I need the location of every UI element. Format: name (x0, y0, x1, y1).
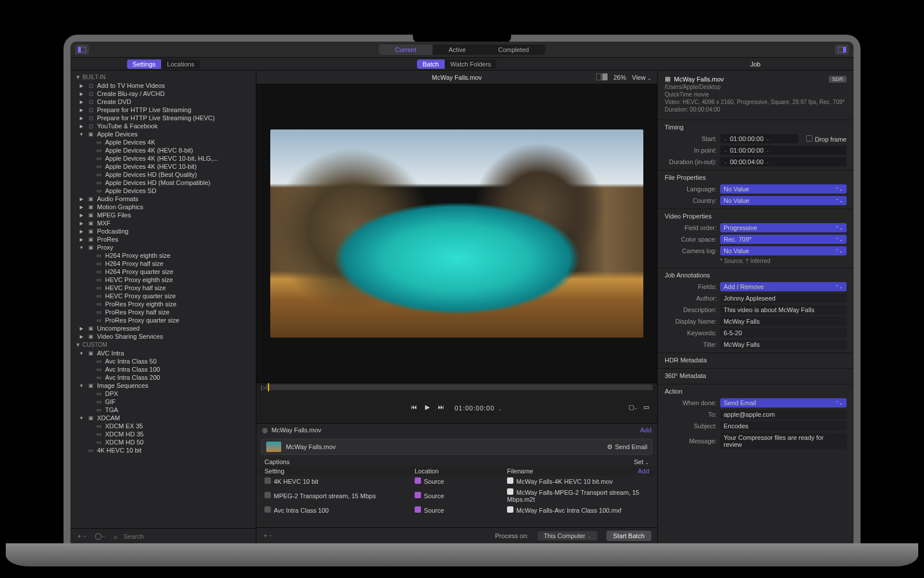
drop-frame-checkbox[interactable] (806, 135, 813, 142)
tree-item[interactable]: Apple Devices 4K (HEVC 8-bit) (70, 146, 256, 154)
tree-item[interactable]: XDCM HD 35 (70, 430, 256, 438)
batch-row[interactable]: 4K HEVC 10 bitSourceMcWay Falls-4K HEVC … (256, 476, 657, 487)
duration-field[interactable]: ⌄00:00:04:00⌄ (720, 157, 847, 166)
disclosure-icon[interactable]: ▶ (79, 197, 84, 202)
author-input[interactable]: Johnny Appleseed (720, 294, 847, 303)
disclosure-icon[interactable]: ▶ (79, 108, 84, 113)
tree-item[interactable]: HEVC Proxy half size (70, 284, 256, 292)
inpoint-field[interactable]: ⌄01:00:00:00⌄ (720, 146, 847, 155)
cameralog-select[interactable]: No Value⌃⌄ (720, 246, 847, 255)
tree-item[interactable]: Apple Devices 4K (70, 138, 256, 146)
tree-item[interactable]: ▼Proxy (70, 243, 256, 251)
tree-item[interactable]: 4K HEVC 10 bit (70, 446, 256, 454)
disclosure-icon[interactable]: ▶ (79, 221, 84, 226)
tree-item[interactable]: ▶Prepare for HTTP Live Streaming (HEVC) (70, 114, 256, 122)
disclosure-icon[interactable]: ▶ (79, 116, 84, 121)
tree-item[interactable]: HEVC Proxy eighth size (70, 276, 256, 284)
disclosure-icon[interactable]: ▼ (79, 351, 84, 356)
batch-add-link[interactable]: Add (640, 427, 651, 433)
tree-item[interactable]: ▶MPEG Files (70, 211, 256, 219)
expand-icon[interactable]: ▭ (643, 403, 649, 411)
to-input[interactable]: apple@apple.com (720, 410, 847, 419)
add-job-icon[interactable]: ＋﹀ (262, 531, 273, 540)
tree-item[interactable]: ▶YouTube & Facebook (70, 122, 256, 130)
title-input[interactable]: McWay Falls (720, 340, 847, 349)
tree-item[interactable]: ▶MXF (70, 219, 256, 227)
start-field[interactable]: ⌄01:00:00:00⌄ (720, 134, 798, 143)
batch-row[interactable]: Avc Intra Class 100SourceMcWay Falls-Avc… (256, 505, 657, 516)
tree-item[interactable]: ▶Audio Formats (70, 195, 256, 203)
tree-item[interactable]: ▶Motion Graphics (70, 203, 256, 211)
disclosure-icon[interactable]: ▼ (79, 416, 84, 421)
batch-row[interactable]: MPEG-2 Transport stream, 15 MbpsSourceMc… (256, 487, 657, 505)
tree-item[interactable]: DPX (70, 390, 256, 398)
inspector-toggle-icon[interactable] (835, 45, 849, 55)
disclosure-icon[interactable]: ▶ (79, 91, 84, 97)
disclosure-icon[interactable]: ▶ (79, 205, 84, 210)
goto-start-icon[interactable]: ▷ (261, 384, 266, 391)
tree-item[interactable]: ProRes Proxy quarter size (70, 316, 256, 324)
tree-item[interactable]: Avc Intra Class 100 (70, 365, 256, 373)
tree-item[interactable]: ▶Podcasting (70, 227, 256, 235)
tree-item[interactable]: ▼XDCAM (70, 414, 256, 422)
tree-item[interactable]: Apple Devices HD (Most Compatible) (70, 179, 256, 187)
tree-item[interactable]: H264 Proxy eighth size (70, 251, 256, 260)
play-icon[interactable]: ▶ (425, 403, 430, 411)
section-360-metadata[interactable]: 360° Metadata (658, 368, 854, 381)
colorspace-select[interactable]: Rec. 709*⌃⌄ (720, 235, 847, 244)
add-icon[interactable]: ＋﹀ (74, 532, 89, 540)
tree-item[interactable]: Apple Devices 4K (HEVC 10-bit) (70, 162, 256, 171)
marker-icon[interactable]: ▢⌄ (628, 403, 638, 411)
description-input[interactable]: This video is about McWay Falls (720, 305, 847, 314)
preview-viewport[interactable] (256, 84, 657, 383)
tree-item[interactable]: H264 Proxy half size (70, 260, 256, 268)
tree-item[interactable]: ▼Image Sequences (70, 381, 256, 390)
disclosure-icon[interactable]: ▶ (79, 213, 84, 218)
disclosure-icon[interactable]: ▶ (79, 237, 84, 242)
disclosure-icon[interactable]: ▶ (79, 334, 84, 339)
captions-set-link[interactable]: Set ⌄ (634, 458, 649, 465)
job-card[interactable]: McWay Falls.mov Send Email (261, 439, 653, 455)
subject-input[interactable]: Encodes (720, 421, 847, 431)
whendone-select[interactable]: Send Email⌃⌄ (720, 398, 847, 407)
tree-item[interactable]: HEVC Proxy quarter size (70, 292, 256, 300)
disclosure-icon[interactable]: ▶ (79, 99, 84, 105)
disclosure-icon[interactable]: ▶ (79, 83, 84, 88)
process-on-select[interactable]: This Computer ⌄ (538, 531, 597, 540)
tree-item[interactable]: XDCM HD 50 (70, 438, 256, 446)
tree-item[interactable]: XDCM EX 35 (70, 422, 256, 430)
tree-item[interactable]: ▶Create DVD (70, 98, 256, 106)
tree-item[interactable]: Apple Devices 4K (HEVC 10-bit, HLG,... (70, 154, 256, 162)
disclosure-icon[interactable]: ▼ (79, 132, 84, 137)
tab-settings[interactable]: Settings (127, 60, 162, 69)
disclosure-icon[interactable]: ▼ (79, 383, 84, 388)
disclosure-icon[interactable]: ▼ (79, 245, 84, 250)
compare-icon[interactable] (596, 73, 608, 81)
section-hdr-metadata[interactable]: HDR Metadata (658, 353, 854, 366)
fieldorder-select[interactable]: Progressive⌃⌄ (720, 223, 847, 232)
tree-section-header[interactable]: ▼ BUILT-IN (70, 73, 256, 81)
tab-watch-folders[interactable]: Watch Folders (445, 60, 497, 69)
tree-item[interactable]: ▶Video Sharing Services (70, 332, 256, 340)
tab-batch[interactable]: Batch (417, 60, 445, 69)
disclosure-icon[interactable]: ▶ (79, 124, 84, 129)
timecode[interactable]: 01:00:00:00 ⌄ (454, 402, 503, 413)
tree-item[interactable]: ▼AVC Intra (70, 349, 256, 357)
search-input[interactable] (124, 533, 252, 540)
tree-item[interactable]: TGA (70, 406, 256, 414)
keywords-input[interactable]: 6-5-20 (720, 328, 847, 338)
disclosure-icon[interactable]: ▶ (79, 326, 84, 331)
tree-item[interactable]: ▶Create Blu-ray / AVCHD (70, 90, 256, 98)
tree-item[interactable]: Avc Intra Class 200 (70, 373, 256, 381)
tree-item[interactable]: ▶ProRes (70, 235, 256, 243)
tab-locations[interactable]: Locations (161, 60, 200, 69)
tree-item[interactable]: ProRes Proxy eighth size (70, 300, 256, 308)
displayname-input[interactable]: McWay Falls (720, 317, 847, 326)
timeline-scrubber[interactable] (266, 384, 653, 390)
tab-active[interactable]: Active (433, 45, 482, 55)
view-menu[interactable]: View ⌄ (632, 74, 651, 81)
tree-item[interactable]: Apple Devices SD (70, 187, 256, 195)
language-select[interactable]: No Value⌃⌄ (720, 184, 847, 194)
tree-section-header[interactable]: ▼ CUSTOM (70, 340, 256, 349)
fields-select[interactable]: Add / Remove⌃⌄ (720, 282, 847, 291)
